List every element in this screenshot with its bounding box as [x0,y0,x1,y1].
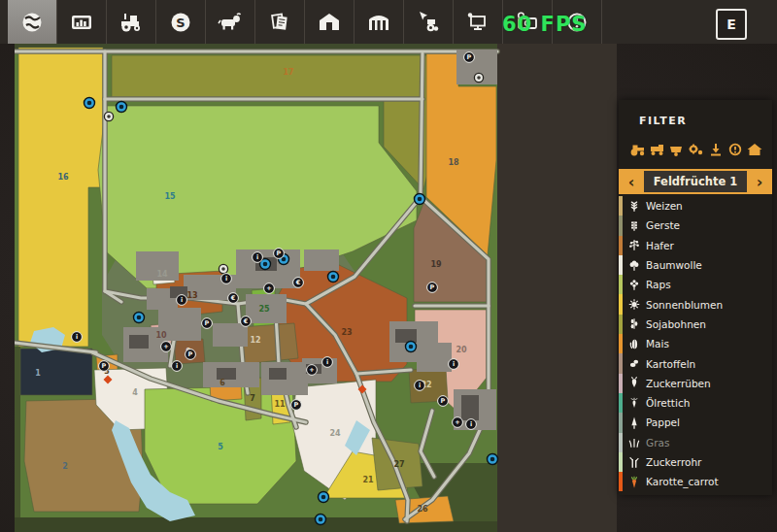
crop-row-kartoffeln[interactable]: Kartoffeln [619,353,772,373]
tractor-icon [629,143,647,156]
map-marker-blue[interactable] [328,272,339,283]
filter-category-alert-button[interactable] [726,142,745,157]
tab-monitor[interactable] [454,0,503,44]
map-marker-poi[interactable]: P [427,283,438,293]
map-marker-poi[interactable]: i [177,295,187,306]
map-marker-blue[interactable] [84,98,95,109]
map-marker-poi[interactable]: P [291,400,302,411]
crop-row-gras[interactable]: Gras [619,433,772,452]
map-marker-poi[interactable]: + [453,417,463,428]
filter-category-trailer-button[interactable] [667,142,686,157]
crop-row-hafer[interactable]: Hafer [619,236,772,255]
svg-text:+: + [309,366,314,374]
crop-row-zuckerrohr[interactable]: Zuckerrohr [619,452,772,472]
map-marker-poi[interactable]: i [221,274,232,284]
map-marker-poi[interactable]: i [449,359,459,370]
filter-category-gears-button[interactable] [687,142,705,157]
house-icon [746,143,763,156]
map-marker-poi[interactable]: P [464,52,475,63]
map-marker-poi[interactable]: P [274,249,285,259]
tab-s-coin[interactable]: S [156,0,206,44]
svg-text:i: i [76,333,78,341]
map-marker-poi[interactable]: € [293,278,304,288]
map-marker-blue[interactable] [117,102,127,113]
map-marker-blue[interactable] [319,492,329,503]
map-marker-poi[interactable]: € [228,293,239,304]
map-marker-blue[interactable] [406,342,417,352]
filter-category-house-button[interactable] [746,142,764,157]
crop-label: Karotte_carrot [646,476,719,487]
filter-panel: FILTER ‹ Feldfrüchte 1 › WeizenGersteHaf… [619,100,772,495]
map-marker-blue[interactable] [415,194,425,205]
svg-text:i: i [225,275,227,283]
crop-row-baumwolle[interactable]: Baumwolle [619,255,772,275]
svg-text:P: P [294,401,299,409]
key-hint-e[interactable]: E [716,9,747,40]
map-marker-white[interactable] [104,112,113,120]
filter-category-tractor-button[interactable] [628,142,647,157]
field-1 [20,349,92,395]
farm-map[interactable]: 1716151819202313142512109312456711242221… [15,44,617,532]
canola-icon [623,278,646,292]
crop-pager: ‹ Feldfrüchte 1 › [619,169,772,194]
pager-next-button[interactable]: › [747,169,772,194]
tab-greenhouse[interactable] [355,0,404,44]
tab-tractor[interactable] [107,0,156,44]
map-marker-poi[interactable]: i [253,252,263,263]
field-number-10: 10 [155,331,167,340]
tab-sheets[interactable] [255,0,305,44]
field-number-4: 4 [132,388,138,397]
crop-row-gerste[interactable]: Gerste [619,216,772,235]
field-number-20: 20 [456,346,467,354]
map-marker-poi[interactable]: P [438,396,449,407]
crop-label: Mais [646,338,669,349]
tab-stats[interactable] [57,0,107,44]
crop-row-sojabohnen[interactable]: Sojabohnen [619,315,772,334]
field-number-6: 6 [220,379,225,387]
crop-row-sonnenblumen[interactable]: Sonnenblumen [619,294,772,314]
map-marker-poi[interactable]: + [264,283,275,294]
sheets-icon [266,9,293,36]
gears-icon [688,143,705,156]
tab-ai-worker[interactable] [404,0,454,44]
field-number-12: 12 [250,336,260,345]
map-marker-poi[interactable]: + [307,365,318,376]
field-number-11: 11 [274,400,286,409]
map-marker-poi[interactable]: i [72,332,83,343]
barley-icon [623,218,646,233]
map-marker-poi[interactable]: i [322,357,333,368]
pager-prev-button[interactable]: ‹ [619,169,644,194]
map-marker-poi[interactable]: P [202,318,213,329]
svg-text:P: P [205,319,210,327]
map-marker-blue[interactable] [134,313,145,323]
soy-icon [623,316,646,331]
field-number-1: 1 [35,369,41,378]
map-marker-poi[interactable]: i [415,381,425,391]
field-number-25: 25 [258,305,270,314]
crop-row-pappel[interactable]: Pappel [619,413,772,432]
crop-row-zuckerr-ben[interactable]: Zuckerrüben [619,374,772,393]
tab-globe[interactable] [8,0,57,44]
map-marker-blue[interactable] [488,454,498,465]
grass-icon [623,435,646,449]
map-marker-poi[interactable]: i [172,361,183,372]
tab-barn[interactable] [305,0,355,44]
map-canvas[interactable]: 1716151819202313142512109312456711242221… [15,44,617,532]
map-marker-poi[interactable]: P [99,361,110,372]
crop-row-weizen[interactable]: Weizen [619,196,772,216]
crop-row-mais[interactable]: Mais [619,334,772,353]
map-marker-white[interactable] [474,73,483,82]
filter-category-seeder-button[interactable] [707,142,726,157]
map-marker-poi[interactable]: € [241,316,252,327]
map-marker-white[interactable] [219,264,227,273]
map-marker-poi[interactable]: i [466,419,477,430]
crop-label: Gras [646,437,669,449]
map-marker-poi[interactable]: + [161,342,172,352]
crop-row--lrettich[interactable]: Ölrettich [619,393,772,413]
crop-row-raps[interactable]: Raps [619,275,772,294]
map-marker-blue[interactable] [316,515,326,525]
tab-cow[interactable] [206,0,255,44]
crop-row-karotte-carrot[interactable]: Karotte_carrot [619,472,772,491]
map-marker-poi[interactable]: P [186,349,196,360]
filter-category-harvester-button[interactable] [648,142,666,157]
